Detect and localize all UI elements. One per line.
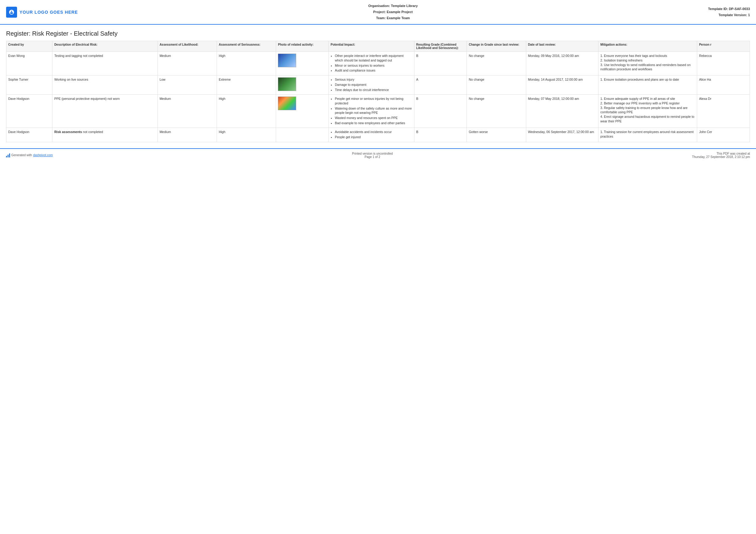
cell-impact: Avoidable accidents and incidents occurP… <box>329 128 415 142</box>
cell-photo <box>276 52 329 75</box>
cell-date: Monday, 14 August 2017, 12:00:00 am <box>526 75 599 95</box>
generated-text: Generated with <box>11 153 32 157</box>
cell-likelihood: Medium <box>157 128 217 142</box>
cell-created-by: Evan Wong <box>6 52 52 75</box>
cell-seriousness: Extreme <box>217 75 276 95</box>
cell-change: No change <box>467 75 526 95</box>
cell-likelihood: Medium <box>157 52 217 75</box>
col-header-desc: Description of Electrical Risk: <box>52 41 157 52</box>
cell-person: Alice Ha <box>697 75 750 95</box>
cell-change: No change <box>467 95 526 128</box>
page-title: Register: Risk Register - Electrical Saf… <box>0 25 756 41</box>
cell-grade: B <box>414 95 467 128</box>
cell-created-by: Dave Hodgson <box>6 95 52 128</box>
col-header-person: Person r <box>697 41 750 52</box>
cell-date: Monday, 09 May 2016, 12:00:00 am <box>526 52 599 75</box>
footer-pdf: This PDF was created at Thursday, 27 Sep… <box>692 152 750 159</box>
header-right: Template ID: DP-SAF-0033 Template Versio… <box>708 6 750 18</box>
cell-likelihood: Low <box>157 75 217 95</box>
cell-date: Wednesday, 06 September 2017, 12:00:00 a… <box>526 128 599 142</box>
cell-person: Rebecca <box>697 52 750 75</box>
cell-mitigation: 1. Ensure everyone has their tags and lo… <box>599 52 697 75</box>
dashpivot-link[interactable]: dashpivot.com <box>33 153 53 157</box>
cell-photo <box>276 75 329 95</box>
risk-register-table: Created by Description of Electrical Ris… <box>6 41 750 142</box>
page-footer: Generated with dashpivot.com Printed ver… <box>0 148 756 162</box>
template-id-value: DP-SAF-0033 <box>729 7 750 11</box>
logo-icon <box>6 7 17 18</box>
col-header-grade: Resulting Grade (Combined Likelihood and… <box>414 41 467 52</box>
cell-grade: B <box>414 52 467 75</box>
table-row: Dave HodgsonPPE (personal protective equ… <box>6 95 750 128</box>
col-header-likelihood: Assessment of Likelihood: <box>157 41 217 52</box>
col-header-photo: Photo of related activity: <box>276 41 329 52</box>
cell-person: Alexa Dr <box>697 95 750 128</box>
cell-mitigation: 1. Ensure isolation procedures and plans… <box>599 75 697 95</box>
cell-mitigation: 1. Ensure adequate supply of PPE in all … <box>599 95 697 128</box>
table-row: Evan WongTesting and tagging not complet… <box>6 52 750 75</box>
template-id-label: Template ID: <box>708 7 728 11</box>
team-value: Example Team <box>387 16 410 20</box>
dashpivot-icon <box>6 153 10 157</box>
page-header: YOUR LOGO GOES HERE Organisation: Templa… <box>0 0 756 25</box>
cell-change: No change <box>467 52 526 75</box>
cell-description: PPE (personal protective equipment) not … <box>52 95 157 128</box>
cell-seriousness: High <box>217 95 276 128</box>
cell-grade: A <box>414 75 467 95</box>
cell-grade: B <box>414 128 467 142</box>
col-header-impact: Potential Impact: <box>329 41 415 52</box>
table-row: Dave HodgsonRisk assessments not complet… <box>6 128 750 142</box>
cell-created-by: Dave Hodgson <box>6 128 52 142</box>
cell-impact: Other people interact or interfere with … <box>329 52 415 75</box>
cell-description: Working on live sources <box>52 75 157 95</box>
cell-impact: People get minor or serious injuries by … <box>329 95 415 128</box>
table-row: Sophie TurnerWorking on live sourcesLowE… <box>6 75 750 95</box>
cell-likelihood: Medium <box>157 95 217 128</box>
col-header-date: Date of last review: <box>526 41 599 52</box>
team-label: Team: <box>376 16 386 20</box>
col-header-created: Created by <box>6 41 52 52</box>
cell-photo <box>276 128 329 142</box>
cell-change: Gotten worse <box>467 128 526 142</box>
logo-text: YOUR LOGO GOES HERE <box>19 10 78 14</box>
template-version-label: Template Version: <box>718 13 747 17</box>
template-version-value: 1 <box>748 13 750 17</box>
org-value: Template Library <box>391 4 418 8</box>
project-label: Project: <box>373 10 386 14</box>
footer-print: Printed version is uncontrolled Page 1 o… <box>352 152 393 159</box>
project-value: Example Project <box>387 10 413 14</box>
cell-mitigation: 1. Training session for current employee… <box>599 128 697 142</box>
logo-area: YOUR LOGO GOES HERE <box>6 7 78 18</box>
header-meta: Organisation: Template Library Project: … <box>78 3 708 21</box>
table-header-row: Created by Description of Electrical Ris… <box>6 41 750 52</box>
cell-description: Testing and tagging not completed <box>52 52 157 75</box>
col-header-mitigation: Mitigation actions: <box>599 41 697 52</box>
org-label: Organisation: <box>368 4 390 8</box>
col-header-seriousness: Assessment of Seriousness: <box>217 41 276 52</box>
cell-impact: Serious injuryDamage to equipmentTime de… <box>329 75 415 95</box>
cell-description: Risk assessments not completed <box>52 128 157 142</box>
footer-left: Generated with dashpivot.com <box>6 153 53 157</box>
cell-seriousness: High <box>217 52 276 75</box>
cell-person: John Cer <box>697 128 750 142</box>
cell-date: Monday, 07 May 2018, 12:00:00 am <box>526 95 599 128</box>
cell-seriousness: High <box>217 128 276 142</box>
cell-photo <box>276 95 329 128</box>
risk-register-table-container: Created by Description of Electrical Ris… <box>0 41 756 148</box>
cell-created-by: Sophie Turner <box>6 75 52 95</box>
col-header-change: Change in Grade since last review: <box>467 41 526 52</box>
